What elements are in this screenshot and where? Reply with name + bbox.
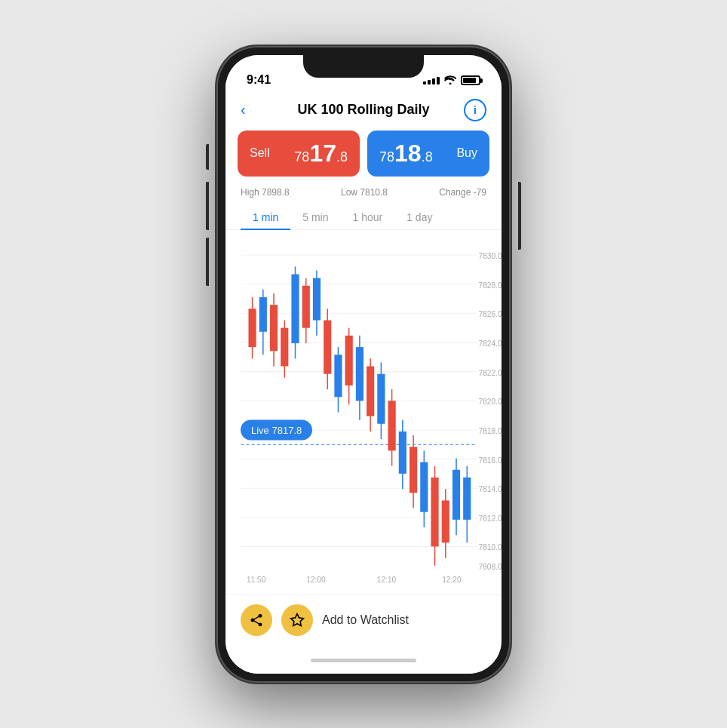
svg-rect-45 xyxy=(356,347,364,401)
watchlist-button[interactable] xyxy=(281,604,313,636)
status-time: 9:41 xyxy=(247,73,271,87)
battery-icon xyxy=(461,75,480,85)
sell-price-decimal: .8 xyxy=(336,149,348,165)
share-button[interactable] xyxy=(241,604,272,636)
back-button[interactable]: ‹ xyxy=(241,101,263,118)
volume-up-button[interactable] xyxy=(206,182,209,230)
market-stats: High 7898.8 Low 7810.8 Change -79 xyxy=(225,184,502,205)
high-stat: High 7898.8 xyxy=(241,187,290,198)
svg-rect-27 xyxy=(259,297,267,332)
low-stat: Low 7810.8 xyxy=(341,187,388,198)
power-button[interactable] xyxy=(518,182,521,250)
bottom-bar: Add to Watchlist xyxy=(225,594,502,648)
svg-rect-59 xyxy=(431,477,438,546)
svg-text:7826.0: 7826.0 xyxy=(479,310,502,318)
svg-rect-35 xyxy=(302,285,310,327)
header: ‹ UK 100 Rolling Daily i xyxy=(225,93,502,131)
chart-area: 7830.0 7828.0 7826.0 7824.0 7822.0 7820.… xyxy=(225,230,502,594)
svg-text:7830.0: 7830.0 xyxy=(479,252,502,260)
signal-bar-2 xyxy=(428,80,431,84)
svg-text:12:00: 12:00 xyxy=(306,576,326,584)
svg-text:7816.0: 7816.0 xyxy=(479,456,502,464)
live-price-badge: Live 7817.8 xyxy=(241,420,312,441)
sell-price: 78 17 .8 xyxy=(294,140,348,167)
svg-text:12:20: 12:20 xyxy=(442,576,462,584)
svg-rect-33 xyxy=(291,274,299,343)
buy-price-prefix: 78 xyxy=(379,149,394,165)
buy-label: Buy xyxy=(456,146,477,160)
svg-text:7814.0: 7814.0 xyxy=(479,485,502,493)
svg-text:7812.0: 7812.0 xyxy=(479,514,502,522)
svg-text:7808.0: 7808.0 xyxy=(479,562,502,570)
svg-rect-37 xyxy=(313,278,321,320)
tab-1hour[interactable]: 1 hour xyxy=(340,205,394,229)
candlestick-chart: 7830.0 7828.0 7826.0 7824.0 7822.0 7820.… xyxy=(225,230,502,594)
svg-rect-57 xyxy=(420,462,428,511)
buy-price-main: 18 xyxy=(394,140,422,167)
mute-button[interactable] xyxy=(206,144,209,170)
svg-rect-43 xyxy=(345,335,353,385)
svg-rect-29 xyxy=(270,305,278,351)
svg-rect-39 xyxy=(324,320,331,373)
svg-text:7822.0: 7822.0 xyxy=(479,368,502,376)
tab-5min[interactable]: 5 min xyxy=(290,205,340,229)
svg-text:7820.0: 7820.0 xyxy=(479,398,502,406)
sell-label: Sell xyxy=(250,146,270,160)
sell-button[interactable]: Sell 78 17 .8 xyxy=(238,131,360,177)
svg-rect-61 xyxy=(442,500,449,542)
notch xyxy=(303,55,424,78)
change-stat: Change -79 xyxy=(439,187,486,198)
time-tabs: 1 min 5 min 1 hour 1 day xyxy=(225,205,502,230)
signal-icon xyxy=(423,77,440,84)
volume-down-button[interactable] xyxy=(206,238,209,286)
phone-screen: 9:41 ‹ xyxy=(225,55,502,674)
svg-text:7810.0: 7810.0 xyxy=(479,543,502,551)
svg-rect-31 xyxy=(281,327,288,366)
page-title: UK 100 Rolling Daily xyxy=(263,102,464,118)
svg-rect-47 xyxy=(367,366,374,416)
buy-price: 78 18 .8 xyxy=(379,140,433,167)
screen-content: ‹ UK 100 Rolling Daily i Sell 78 17 .8 7… xyxy=(225,93,502,674)
svg-rect-51 xyxy=(388,401,396,450)
svg-marker-70 xyxy=(291,613,304,625)
battery-fill xyxy=(463,78,476,83)
svg-rect-49 xyxy=(377,373,385,423)
tab-1day[interactable]: 1 day xyxy=(394,205,444,229)
signal-bar-3 xyxy=(432,78,435,84)
wifi-icon xyxy=(444,75,456,87)
signal-bar-1 xyxy=(423,81,426,84)
svg-rect-53 xyxy=(399,431,406,473)
svg-text:7818.0: 7818.0 xyxy=(479,426,502,435)
signal-bar-4 xyxy=(437,77,440,84)
sell-price-main: 17 xyxy=(309,140,336,167)
phone-device: 9:41 ‹ xyxy=(216,46,511,683)
price-row: Sell 78 17 .8 78 18 .8 Buy xyxy=(225,131,502,184)
svg-text:12:10: 12:10 xyxy=(377,576,397,584)
svg-rect-25 xyxy=(249,309,256,347)
info-button[interactable]: i xyxy=(464,99,486,121)
home-bar xyxy=(311,659,416,662)
buy-price-decimal: .8 xyxy=(422,149,433,165)
svg-text:7828.0: 7828.0 xyxy=(479,281,502,289)
tab-1min[interactable]: 1 min xyxy=(241,205,290,229)
svg-rect-41 xyxy=(334,355,342,397)
svg-rect-55 xyxy=(410,447,417,493)
sell-price-prefix: 78 xyxy=(294,149,309,165)
svg-text:11:50: 11:50 xyxy=(247,576,266,584)
svg-text:7824.0: 7824.0 xyxy=(479,339,502,348)
add-watchlist-label: Add to Watchlist xyxy=(322,613,409,627)
svg-rect-65 xyxy=(463,477,471,519)
status-icons xyxy=(423,75,480,87)
svg-rect-63 xyxy=(452,469,460,519)
home-indicator xyxy=(225,648,502,674)
buy-button[interactable]: 78 18 .8 Buy xyxy=(367,131,489,177)
